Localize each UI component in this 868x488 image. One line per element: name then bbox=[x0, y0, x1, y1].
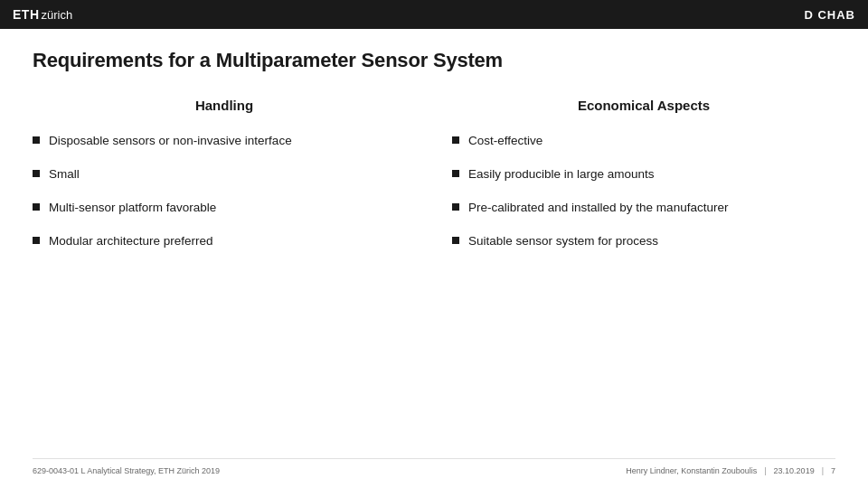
columns-container: Handling Disposable sensors or non-invas… bbox=[33, 98, 835, 458]
bullet-icon bbox=[33, 203, 40, 211]
footer-right: Henry Lindner, Konstantin Zouboulis | 23… bbox=[626, 466, 835, 475]
top-bar: ETH zürich D CHAB bbox=[0, 0, 868, 29]
bullet-text: Disposable sensors or non-invasive inter… bbox=[49, 133, 416, 150]
handling-header: Handling bbox=[33, 98, 416, 113]
list-item: Disposable sensors or non-invasive inter… bbox=[33, 133, 416, 150]
economical-header: Economical Aspects bbox=[452, 98, 835, 113]
list-item: Easily producible in large amounts bbox=[452, 166, 835, 183]
bullet-text: Easily producible in large amounts bbox=[468, 166, 835, 183]
bullet-icon bbox=[452, 170, 459, 177]
dchab-logo: D CHAB bbox=[804, 8, 855, 22]
bullet-text: Pre-calibrated and installed by the manu… bbox=[468, 200, 835, 217]
zurich-text: zürich bbox=[42, 8, 73, 22]
page-title: Requirements for a Multiparameter Sensor… bbox=[33, 49, 835, 72]
bullet-icon bbox=[33, 170, 40, 177]
bullet-icon bbox=[452, 237, 459, 244]
footer: 629-0043-01 L Analytical Strategy, ETH Z… bbox=[33, 458, 835, 475]
list-item: Modular architecture preferred bbox=[33, 233, 416, 250]
list-item: Small bbox=[33, 166, 416, 183]
bullet-icon bbox=[452, 203, 459, 211]
bullet-text: Suitable sensor system for process bbox=[468, 233, 835, 250]
bullet-text: Small bbox=[49, 166, 416, 183]
eth-logo: ETH zürich bbox=[13, 7, 72, 22]
list-item: Pre-calibrated and installed by the manu… bbox=[452, 200, 835, 217]
main-content: Requirements for a Multiparameter Sensor… bbox=[0, 29, 868, 488]
bullet-text: Multi-sensor platform favorable bbox=[49, 200, 416, 217]
bullet-icon bbox=[33, 237, 40, 244]
bullet-icon bbox=[452, 136, 459, 144]
economical-column: Economical Aspects Cost-effectiveEasily … bbox=[443, 98, 835, 458]
bullet-text: Modular architecture preferred bbox=[49, 233, 416, 250]
bullet-text: Cost-effective bbox=[468, 133, 835, 150]
bullet-icon bbox=[33, 136, 40, 144]
footer-author: Henry Lindner, Konstantin Zouboulis bbox=[626, 466, 757, 475]
eth-text: ETH bbox=[13, 7, 40, 22]
list-item: Cost-effective bbox=[452, 133, 835, 150]
footer-page: 7 bbox=[831, 466, 835, 475]
list-item: Suitable sensor system for process bbox=[452, 233, 835, 250]
handling-column: Handling Disposable sensors or non-invas… bbox=[33, 98, 443, 458]
economical-list: Cost-effectiveEasily producible in large… bbox=[452, 133, 835, 250]
footer-left: 629-0043-01 L Analytical Strategy, ETH Z… bbox=[33, 466, 220, 475]
handling-list: Disposable sensors or non-invasive inter… bbox=[33, 133, 416, 250]
footer-separator1: | bbox=[764, 466, 766, 475]
list-item: Multi-sensor platform favorable bbox=[33, 200, 416, 217]
footer-separator2: | bbox=[822, 466, 824, 475]
footer-date: 23.10.2019 bbox=[774, 466, 815, 475]
